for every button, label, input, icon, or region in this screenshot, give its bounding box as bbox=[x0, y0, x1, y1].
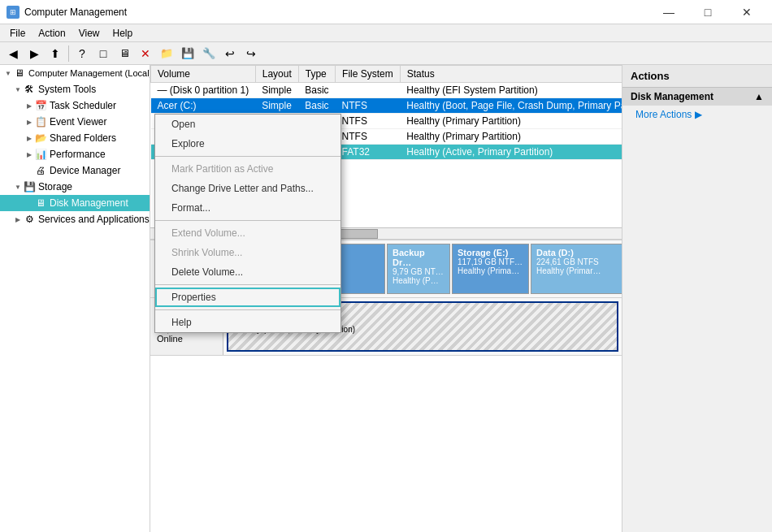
storage-icon: 💾 bbox=[23, 180, 36, 193]
col-type[interactable]: Type bbox=[298, 66, 335, 83]
ctx-sep-1 bbox=[155, 156, 340, 157]
device-manager-icon: 🖨 bbox=[34, 164, 47, 177]
minimize-button[interactable]: — bbox=[650, 0, 687, 24]
sidebar-item-disk-management[interactable]: 🖥 Disk Management bbox=[0, 195, 150, 211]
sidebar-item-services-apps[interactable]: ▶ ⚙ Services and Applications bbox=[0, 211, 150, 227]
delete-button[interactable]: ✕ bbox=[136, 44, 155, 63]
redo-button[interactable]: ↪ bbox=[241, 44, 261, 63]
actions-section-disk-management[interactable]: Disk Management ▲ bbox=[622, 88, 772, 106]
disk-1-status: Online bbox=[157, 334, 216, 344]
table-cell-fs: NTFS bbox=[336, 129, 401, 145]
sidebar-resizer[interactable] bbox=[146, 65, 150, 532]
ctx-mark-active: Mark Partition as Active bbox=[155, 159, 340, 179]
table-cell-status: Healthy (Primary Partition) bbox=[400, 114, 622, 129]
toolbar: ◀ ▶ ⬆ ? □ 🖥 ✕ 📁 💾 🔧 ↩ ↪ bbox=[0, 42, 772, 65]
table-cell-status: Healthy (EFI System Partition) bbox=[400, 83, 622, 98]
computer-button[interactable]: 🖥 bbox=[115, 44, 134, 63]
actions-panel: Actions Disk Management ▲ More Actions ▶ bbox=[622, 65, 772, 532]
sidebar-item-shared-folders[interactable]: ▶ 📂 Shared Folders bbox=[0, 130, 150, 146]
ctx-shrink: Shrink Volume... bbox=[155, 243, 340, 262]
context-menu: Open Explore Mark Partition as Active Ch… bbox=[154, 114, 341, 333]
sidebar-label-system-tools: System Tools bbox=[38, 84, 96, 95]
table-row[interactable]: Acer (C:)SimpleBasicNTFSHealthy (Boot, P… bbox=[151, 98, 622, 114]
sidebar-item-performance[interactable]: ▶ 📊 Performance bbox=[0, 146, 150, 162]
sidebar: ▼ 🖥 Computer Management (Local) ▼ 🛠 Syst… bbox=[0, 65, 150, 532]
ctx-properties[interactable]: Properties bbox=[155, 288, 340, 307]
sidebar-label-storage: Storage bbox=[38, 181, 72, 192]
shared-folders-expand-icon: ▶ bbox=[24, 133, 34, 143]
ctx-open[interactable]: Open bbox=[155, 115, 340, 134]
system-tools-expand-icon: ▼ bbox=[13, 84, 23, 94]
sidebar-item-event-viewer[interactable]: ▶ 📋 Event Viewer bbox=[0, 114, 150, 130]
main-container: ▼ 🖥 Computer Management (Local) ▼ 🛠 Syst… bbox=[0, 65, 772, 532]
table-cell-layout: Simple bbox=[255, 98, 298, 114]
partition-e[interactable]: Storage (E:) 117,19 GB NTF… Healthy (Pri… bbox=[452, 244, 529, 294]
forward-button[interactable]: ▶ bbox=[24, 44, 44, 63]
col-volume[interactable]: Volume bbox=[151, 66, 256, 83]
table-row[interactable]: — (Disk 0 partition 1)SimpleBasicHealthy… bbox=[151, 83, 622, 98]
sidebar-label-disk-management: Disk Management bbox=[50, 197, 128, 209]
ctx-sep-4 bbox=[155, 309, 340, 310]
save-button[interactable]: 💾 bbox=[178, 44, 197, 63]
actions-collapse-icon: ▲ bbox=[754, 91, 764, 102]
performance-icon: 📊 bbox=[34, 148, 47, 161]
help-button[interactable]: ? bbox=[72, 44, 92, 63]
tree-root-label: Computer Management (Local) bbox=[28, 68, 150, 78]
storage-expand-icon: ▼ bbox=[13, 182, 23, 192]
device-manager-expand-icon bbox=[24, 166, 34, 175]
sidebar-item-device-manager[interactable]: 🖨 Device Manager bbox=[0, 162, 150, 179]
undo-button[interactable]: ↩ bbox=[220, 44, 240, 63]
system-tools-icon: 🛠 bbox=[23, 83, 36, 96]
window-controls: — □ ✕ bbox=[650, 0, 765, 24]
table-cell-type: Basic bbox=[298, 98, 335, 114]
actions-more-link[interactable]: More Actions ▶ bbox=[622, 106, 772, 123]
table-cell-fs bbox=[336, 83, 401, 98]
sidebar-label-device-manager: Device Manager bbox=[50, 165, 120, 176]
ctx-sep-2 bbox=[155, 220, 340, 221]
up-button[interactable]: ⬆ bbox=[46, 44, 65, 63]
ctx-delete[interactable]: Delete Volume... bbox=[155, 262, 340, 282]
partition-d[interactable]: Data (D:) 224,61 GB NTFS Healthy (Primar… bbox=[531, 244, 622, 294]
back-button[interactable]: ◀ bbox=[3, 44, 23, 63]
part-d-size: 224,61 GB NTFS bbox=[536, 257, 618, 266]
part-backup-status: Healthy (P… bbox=[393, 276, 445, 285]
part-e-size: 117,19 GB NTF… bbox=[458, 257, 523, 266]
window-title: Computer Management bbox=[24, 6, 127, 18]
sidebar-label-performance: Performance bbox=[50, 149, 106, 160]
table-cell-fs: FAT32 bbox=[336, 145, 401, 160]
title-bar: ⊞ Computer Management — □ ✕ bbox=[0, 0, 772, 24]
menu-action[interactable]: Action bbox=[32, 24, 72, 42]
col-status[interactable]: Status bbox=[400, 66, 622, 83]
partition-backup[interactable]: Backup Dr… 9,79 GB NT… Healthy (P… bbox=[387, 244, 450, 294]
maximize-button[interactable]: □ bbox=[689, 0, 726, 24]
services-icon: ⚙ bbox=[23, 213, 36, 226]
tree-root[interactable]: ▼ 🖥 Computer Management (Local) bbox=[0, 65, 150, 81]
disk-management-icon: 🖥 bbox=[34, 197, 47, 210]
settings-button[interactable]: 🔧 bbox=[199, 44, 219, 63]
close-button[interactable]: ✕ bbox=[728, 0, 765, 24]
more-actions-arrow-icon: ▶ bbox=[695, 109, 702, 120]
event-viewer-icon: 📋 bbox=[34, 115, 47, 128]
sidebar-item-storage[interactable]: ▼ 💾 Storage bbox=[0, 179, 150, 195]
sidebar-label-shared-folders: Shared Folders bbox=[50, 132, 116, 144]
part-e-status: Healthy (Prima… bbox=[458, 266, 523, 275]
ctx-explore[interactable]: Explore bbox=[155, 134, 340, 154]
services-expand-icon: ▶ bbox=[13, 214, 23, 224]
event-viewer-expand-icon: ▶ bbox=[24, 117, 34, 127]
part-d-status: Healthy (Primar… bbox=[536, 266, 618, 275]
sidebar-item-task-scheduler[interactable]: ▶ 📅 Task Scheduler bbox=[0, 97, 150, 114]
ctx-help[interactable]: Help bbox=[155, 313, 340, 332]
menu-help[interactable]: Help bbox=[106, 24, 140, 42]
ctx-change-letter[interactable]: Change Drive Letter and Paths... bbox=[155, 179, 340, 198]
col-layout[interactable]: Layout bbox=[255, 66, 298, 83]
performance-expand-icon: ▶ bbox=[24, 149, 34, 159]
menu-file[interactable]: File bbox=[3, 24, 32, 42]
open-folder-button[interactable]: 📁 bbox=[157, 44, 176, 63]
ctx-extend: Extend Volume... bbox=[155, 223, 340, 243]
show-button[interactable]: □ bbox=[93, 44, 113, 63]
menu-view[interactable]: View bbox=[72, 24, 106, 42]
ctx-format[interactable]: Format... bbox=[155, 198, 340, 218]
sidebar-item-system-tools[interactable]: ▼ 🛠 System Tools bbox=[0, 81, 150, 97]
col-filesystem[interactable]: File System bbox=[336, 66, 401, 83]
disk-management-expand-icon bbox=[24, 198, 34, 208]
